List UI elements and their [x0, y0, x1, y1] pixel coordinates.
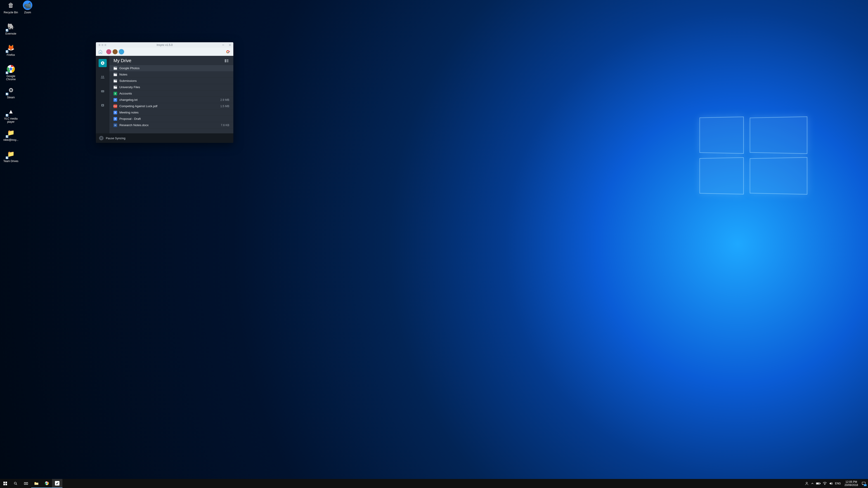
- file-name: changelog.txt: [119, 98, 218, 101]
- desktop-icon-label: VLC media player: [2, 117, 20, 124]
- svg-point-11: [102, 105, 103, 106]
- svg-rect-38: [817, 483, 819, 484]
- svg-point-33: [46, 483, 47, 484]
- desktop-icon-team-drives[interactable]: 📁↗Team Drives: [2, 149, 20, 163]
- insync-footer: Pause Syncing: [96, 133, 233, 143]
- system-tray: ENG 12:05 PM 20/09/2018 25: [802, 480, 868, 487]
- svg-rect-21: [3, 482, 5, 483]
- docx-icon: W: [114, 123, 117, 127]
- svg-rect-20: [101, 137, 102, 139]
- minimize-button[interactable]: [220, 42, 226, 48]
- svg-point-2: [9, 68, 12, 70]
- sidebar-shared[interactable]: [99, 73, 107, 81]
- file-row[interactable]: Proposal - Draft: [110, 116, 233, 122]
- desktop-icon-chrome[interactable]: ↗Google Chrome: [2, 64, 20, 81]
- desktop-icon-label: Steam: [2, 96, 20, 99]
- desktop-icon-label: Google Chrome: [2, 74, 20, 81]
- file-row[interactable]: Notes: [110, 71, 233, 78]
- svg-rect-17: [114, 111, 117, 114]
- desktop-icon-firefox[interactable]: 🦊↗Firefox: [2, 43, 20, 57]
- file-row[interactable]: Submissions: [110, 78, 233, 84]
- desktop-icon-insync-folder[interactable]: 📁↗nikki@insy...: [2, 128, 20, 141]
- sidebar-my-drive[interactable]: [99, 59, 107, 67]
- pause-sync-button[interactable]: [99, 136, 103, 140]
- file-list: Google PhotosNotesSubmissionsUniversity …: [110, 65, 233, 133]
- view-toggle-icon[interactable]: [224, 58, 229, 63]
- svg-rect-24: [5, 484, 7, 485]
- accounts-bar: [96, 48, 233, 56]
- wifi-icon[interactable]: [823, 482, 827, 485]
- svg-point-9: [103, 91, 103, 92]
- file-name: Proposal - Draft: [119, 117, 229, 121]
- clock-time: 12:05 PM: [844, 480, 858, 484]
- taskbar-insync[interactable]: [52, 479, 62, 488]
- desktop-icon-label: nikki@insy...: [2, 138, 20, 141]
- folder-icon: [114, 73, 117, 76]
- language-indicator[interactable]: ENG: [835, 482, 841, 485]
- battery-icon[interactable]: [816, 482, 820, 485]
- action-center-icon[interactable]: 25: [862, 482, 866, 486]
- desktop-icon-recycle-bin[interactable]: 🗑Recycle Bin: [2, 0, 20, 14]
- folder-icon: [114, 79, 117, 83]
- file-size: 7.6 KB: [221, 124, 229, 127]
- file-size: 2.9 MB: [220, 98, 229, 101]
- svg-point-13: [225, 60, 226, 61]
- doc-icon: [114, 117, 117, 121]
- desktop-icon-steam[interactable]: ⚙↗Steam: [2, 86, 20, 99]
- file-row[interactable]: PDFCompeting Against Luck.pdf1.5 MB: [110, 103, 233, 109]
- start-button[interactable]: [0, 479, 10, 488]
- file-row[interactable]: Google Photos: [110, 65, 233, 71]
- insync-sidebar: [96, 56, 110, 133]
- file-row[interactable]: University Files: [110, 84, 233, 90]
- search-button[interactable]: [10, 479, 21, 488]
- desktop-icon-label: Zoom: [19, 11, 36, 14]
- desktop-icon-label: Firefox: [2, 53, 20, 57]
- folder-icon: [114, 66, 117, 70]
- insync-titlebar[interactable]: Insync v1.5.0: [96, 42, 233, 48]
- tray-chevron-up-icon[interactable]: [811, 482, 814, 485]
- sheet-icon: [114, 92, 117, 95]
- svg-point-7: [102, 91, 102, 92]
- sidebar-settings[interactable]: [99, 101, 107, 109]
- svg-rect-27: [27, 483, 28, 485]
- svg-rect-23: [3, 484, 5, 485]
- file-name: Accounts: [119, 92, 229, 95]
- file-row[interactable]: Accounts: [110, 90, 233, 97]
- taskbar-chrome[interactable]: [41, 479, 52, 488]
- svg-rect-37: [820, 483, 820, 484]
- people-icon[interactable]: [805, 482, 809, 486]
- desktop-icon-vlc[interactable]: ▲↗VLC media player: [2, 107, 20, 124]
- file-name: University Files: [119, 86, 229, 89]
- account-avatar-acct2[interactable]: [113, 49, 118, 54]
- svg-rect-28: [35, 483, 38, 485]
- svg-point-25: [14, 482, 16, 484]
- task-view-button[interactable]: [21, 479, 31, 488]
- account-avatar-acct3[interactable]: [119, 49, 124, 54]
- volume-icon[interactable]: [829, 482, 833, 485]
- file-row[interactable]: changelog.txt2.9 MB: [110, 97, 233, 103]
- close-button[interactable]: [226, 42, 233, 48]
- svg-point-4: [101, 76, 102, 77]
- file-row[interactable]: Meeting notes: [110, 109, 233, 116]
- desktop-icon-evernote[interactable]: 🐘↗Evernote: [2, 22, 20, 35]
- file-row[interactable]: WResearch Notes.docx7.6 KB: [110, 122, 233, 128]
- sidebar-team-drives[interactable]: [99, 87, 107, 95]
- account-avatar-acct1[interactable]: [106, 49, 111, 54]
- svg-rect-18: [114, 118, 117, 120]
- svg-point-14: [225, 62, 226, 62]
- file-name: Competing Against Luck.pdf: [119, 104, 218, 108]
- svg-rect-16: [114, 99, 117, 101]
- svg-point-8: [102, 91, 103, 92]
- taskbar-file-explorer[interactable]: [31, 479, 41, 488]
- file-name: Meeting notes: [119, 111, 229, 114]
- window-title: Insync v1.5.0: [96, 43, 233, 46]
- google-plus-icon[interactable]: [226, 50, 230, 54]
- svg-point-39: [825, 484, 825, 485]
- file-name: Submissions: [119, 79, 229, 83]
- desktop-icon-zoom[interactable]: 📹Zoom: [19, 0, 36, 14]
- file-name: Google Photos: [119, 66, 229, 70]
- pause-sync-label[interactable]: Pause Syncing: [106, 136, 125, 140]
- insync-main: My Drive Google PhotosNotesSubmissionsUn…: [110, 56, 233, 133]
- taskbar-clock[interactable]: 12:05 PM 20/09/2018: [843, 480, 860, 487]
- home-icon[interactable]: [99, 50, 102, 54]
